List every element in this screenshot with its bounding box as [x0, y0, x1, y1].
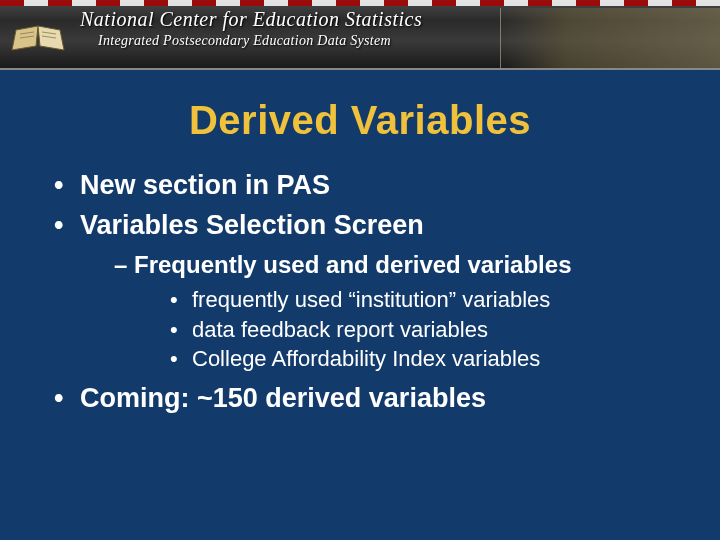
banner-photo [500, 8, 720, 68]
bullet-item: Variables Selection Screen Frequently us… [54, 207, 690, 374]
bullet-item: New section in PAS [54, 167, 690, 205]
slide-body: Derived Variables New section in PAS Var… [0, 70, 720, 418]
bullet-item: Coming: ~150 derived variables [54, 380, 690, 418]
banner-text-block: National Center for Education Statistics… [80, 8, 422, 49]
sub2-bullet-text: frequently used “institution” variables [192, 287, 550, 312]
bullet-list: New section in PAS Variables Selection S… [30, 167, 690, 418]
book-icon [10, 18, 66, 58]
sub2-bullet-item: data feedback report variables [170, 315, 690, 345]
slide-title: Derived Variables [30, 98, 690, 143]
sub2-bullet-item: College Affordability Index variables [170, 344, 690, 374]
bullet-text: New section in PAS [80, 170, 330, 200]
banner-subtitle: Integrated Postsecondary Education Data … [98, 33, 422, 49]
sub2-bullet-item: frequently used “institution” variables [170, 285, 690, 315]
banner-title: National Center for Education Statistics [80, 8, 422, 31]
bullet-text: Variables Selection Screen [80, 210, 424, 240]
sub2-bullet-text: College Affordability Index variables [192, 346, 540, 371]
sub-bullet-item: Frequently used and derived variables fr… [114, 249, 690, 374]
sub2-bullet-text: data feedback report variables [192, 317, 488, 342]
header-banner: National Center for Education Statistics… [0, 0, 720, 70]
flag-stripe [0, 0, 720, 6]
bullet-text: Coming: ~150 derived variables [80, 383, 486, 413]
sub2-bullet-list: frequently used “institution” variables … [134, 285, 690, 374]
sub-bullet-text: Frequently used and derived variables [134, 251, 571, 278]
sub-bullet-list: Frequently used and derived variables fr… [80, 249, 690, 374]
